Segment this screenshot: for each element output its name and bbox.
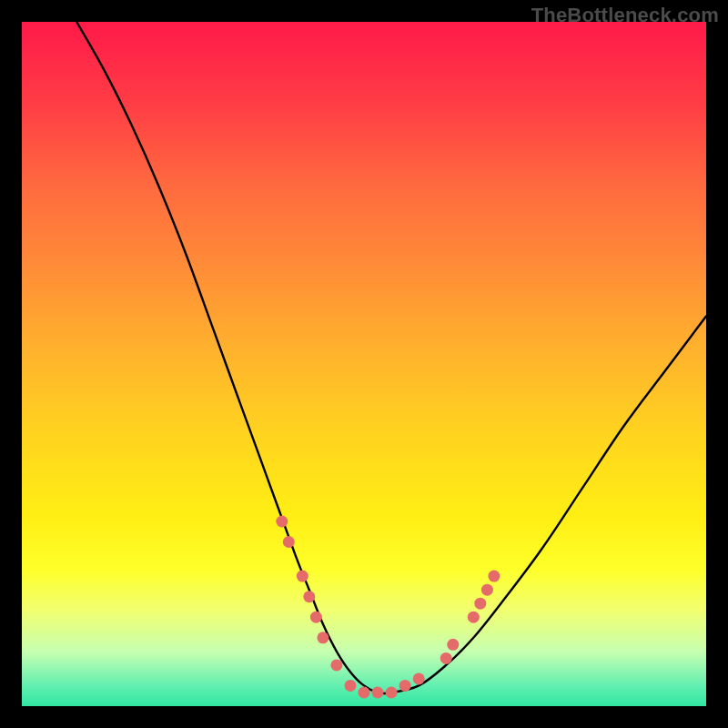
curve-marker [468,612,480,623]
curve-marker [317,632,329,643]
curve-marker [345,680,357,692]
curve-marker [399,680,411,692]
curve-marker [481,584,493,596]
curve-marker [359,687,370,699]
curve-marker [440,652,452,664]
curve-marker [310,612,322,623]
curve-marker [488,571,500,582]
curve-marker [303,591,315,602]
curve-marker [474,598,486,610]
curve-svg [22,22,706,706]
bottleneck-curve [76,22,706,693]
curve-marker [447,639,459,651]
curve-marker [330,659,342,671]
curve-marker [283,536,295,548]
curve-marker [276,516,288,528]
chart-frame: TheBottleneck.com [0,0,728,728]
curve-markers [276,516,500,699]
curve-marker [372,687,384,699]
plot-area [22,22,706,706]
curve-marker [297,571,308,582]
curve-marker [386,687,398,699]
curve-marker [413,672,425,684]
